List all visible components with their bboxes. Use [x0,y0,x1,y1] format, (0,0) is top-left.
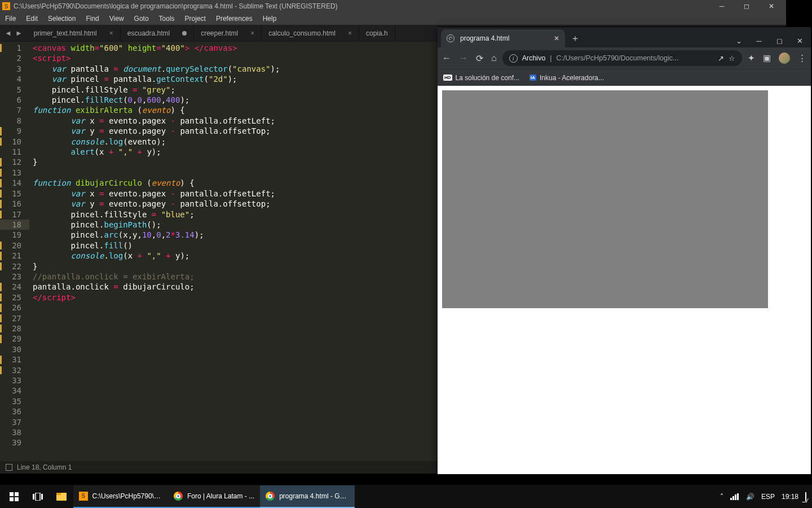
bookmark-item[interactable]: IAInkua - Aceleradora... [529,74,604,82]
volume-icon[interactable]: 🔊 [746,493,754,501]
forward-button[interactable]: → [459,53,468,64]
svg-rect-8 [56,493,61,495]
tab-label: calculo_consumo.html [268,29,336,37]
statusbar-panel-icon[interactable] [6,464,12,471]
tab-close-icon[interactable]: × [250,29,254,37]
svg-rect-12 [737,493,739,500]
profile-avatar[interactable] [779,52,790,64]
menu-goto[interactable]: Goto [129,15,154,23]
windows-taskbar: SC:\Users\PcHp5790\D...Foro | Alura Lata… [0,485,812,508]
home-button[interactable]: ⌂ [491,53,497,64]
taskbar-app[interactable]: Foro | Alura Latam - ... [168,485,260,508]
minimize-button[interactable]: ─ [751,37,767,45]
menu-icon[interactable]: ⋮ [798,53,806,63]
sidepanel-icon[interactable]: ▣ [763,53,771,63]
browser-tab[interactable]: programa 4.html ✕ [441,29,565,47]
svg-rect-6 [41,494,43,500]
svg-rect-1 [15,492,19,496]
explorer-button[interactable] [50,485,73,508]
file-tab[interactable]: copia.h [359,25,395,41]
site-info-icon[interactable]: i [509,54,518,63]
tray-overflow-icon[interactable]: ˄ [720,493,723,501]
tab-label: escuadra.html [127,29,170,37]
chrome-window: programa 4.html ✕ ＋ ⌄ ─ ◻ ✕ ← → ⟳ ⌂ i Ar… [438,27,811,474]
app-icon: S [79,492,88,501]
menu-find[interactable]: Find [81,15,104,23]
svg-rect-10 [732,496,734,500]
menu-preferences[interactable]: Preferences [211,15,258,23]
menu-file[interactable]: File [0,15,21,23]
input-lang[interactable]: ESP [761,493,775,501]
extensions-icon[interactable]: ✦ [748,53,755,63]
taskbar-app[interactable]: programa 4.html - Go... [260,485,355,508]
svg-rect-11 [735,494,736,500]
app-label: Foro | Alura Latam - ... [187,492,254,500]
tab-title: programa 4.html [460,34,548,42]
reload-button[interactable]: ⟳ [476,53,483,64]
status-cursor: Line 18, Column 1 [17,463,72,471]
back-button[interactable]: ← [442,53,451,64]
tab-nav-fwd-icon[interactable]: ► [15,29,23,37]
start-button[interactable] [2,485,26,508]
bookmark-label: La solución de conf... [456,74,519,82]
dirty-indicator-icon [182,31,187,36]
menu-selection[interactable]: Selection [43,15,81,23]
bookmark-star-icon[interactable]: ☆ [729,54,735,63]
bookmarks-bar: HDLa solución de conf...IAInkua - Aceler… [438,69,811,86]
new-tab-button[interactable]: ＋ [568,32,582,45]
page-content [438,86,811,474]
maximize-button[interactable]: ◻ [771,37,787,45]
menu-project[interactable]: Project [180,15,211,23]
maximize-button[interactable]: ◻ [739,2,754,10]
sublime-titlebar[interactable]: S C:\Users\PcHp5790\Documents\logica de … [0,0,786,12]
file-tab[interactable]: primer_text.html.html× [27,25,121,41]
tab-close-icon[interactable]: × [109,29,113,37]
chrome-toolbar: ← → ⟳ ⌂ i Archivo | C:/Users/PcHp5790/Do… [438,47,811,69]
menu-view[interactable]: View [104,15,129,23]
line-gutter: 1234567891011121314151617181920212223242… [0,42,29,461]
share-icon[interactable]: ↗ [718,54,724,63]
close-button[interactable]: ✕ [792,37,807,45]
tab-nav-back-icon[interactable]: ◄ [5,29,12,37]
tab-close-icon[interactable]: × [348,29,352,37]
network-icon[interactable] [730,493,739,500]
menu-edit[interactable]: Edit [21,15,43,23]
taskbar-app[interactable]: SC:\Users\PcHp5790\D... [73,485,168,508]
tab-label: creeper.html [201,29,238,37]
svg-rect-5 [36,493,40,501]
taskview-button[interactable] [26,485,50,508]
file-tab[interactable]: escuadra.html [121,25,194,41]
file-tab[interactable]: calculo_consumo.html× [262,25,359,41]
tabsearch-icon[interactable]: ⌄ [731,37,747,45]
svg-rect-0 [10,492,14,496]
minimize-button[interactable]: ─ [714,2,730,10]
bookmark-item[interactable]: HDLa solución de conf... [443,74,519,82]
svg-rect-9 [730,498,732,500]
url-path: C:/Users/PcHp5790/Documents/logic... [557,54,713,62]
bookmark-label: Inkua - Aceleradora... [540,74,604,82]
sublime-title: C:\Users\PcHp5790\Documents\logica de pr… [14,2,338,10]
favicon-icon [447,34,454,42]
svg-rect-4 [33,494,34,500]
menu-tools[interactable]: Tools [154,15,180,23]
notifications-icon[interactable] [805,493,806,501]
tab-label: copia.h [366,29,388,37]
file-tab[interactable]: creeper.html× [194,25,262,41]
bookmark-favicon: HD [443,75,452,81]
app-icon [174,492,183,501]
system-tray: ˄ 🔊 ESP 19:18 [720,493,810,501]
url-scheme: Archivo [522,54,546,62]
menu-help[interactable]: Help [258,15,282,23]
clock[interactable]: 19:18 [782,493,798,501]
tab-close-icon[interactable]: ✕ [554,34,559,42]
app-label: programa 4.html - Go... [279,492,349,500]
sublime-icon: S [2,2,10,10]
tab-label: primer_text.html.html [34,29,97,37]
address-bar[interactable]: i Archivo | C:/Users/PcHp5790/Documents/… [502,50,742,66]
svg-rect-2 [10,497,14,501]
sublime-menubar: FileEditSelectionFindViewGotoToolsProjec… [0,12,786,25]
canvas-output[interactable] [442,90,768,308]
close-button[interactable]: ✕ [764,2,779,10]
app-icon [266,492,275,501]
chrome-tabstrip: programa 4.html ✕ ＋ ⌄ ─ ◻ ✕ [438,27,811,47]
